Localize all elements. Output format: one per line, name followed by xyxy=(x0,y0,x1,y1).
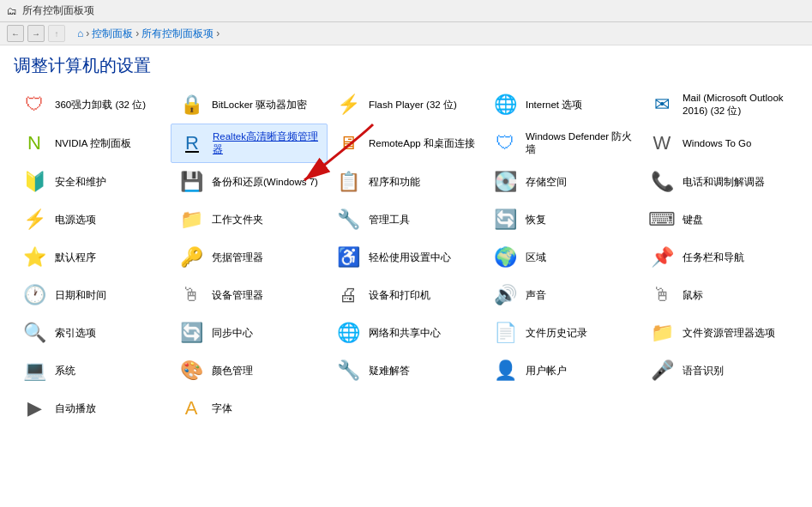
control-panel-item-workfolder[interactable]: 📁工作文件夹 xyxy=(171,201,328,238)
control-panel-item-sync[interactable]: 🔄同步中心 xyxy=(171,314,328,352)
fileexplorer-icon: 📁 xyxy=(648,319,676,347)
sound-icon: 🔊 xyxy=(491,281,519,309)
360-label: 360强力卸载 (32 位) xyxy=(55,99,146,112)
control-panel-item-flash[interactable]: ⚡Flash Player (32 位) xyxy=(328,86,484,124)
control-panel-item-datetime[interactable]: 🕐日期和时间 xyxy=(14,276,171,314)
control-panel-item-system[interactable]: 💻系统 xyxy=(14,352,171,389)
bitlocker-icon: 🔒 xyxy=(177,91,205,118)
indexing-icon: 🔍 xyxy=(21,319,48,347)
control-panel-item-wingo[interactable]: WWindows To Go xyxy=(641,124,798,163)
flash-label: Flash Player (32 位) xyxy=(369,99,457,112)
control-panel-item-filehistory[interactable]: 📄文件历史记录 xyxy=(484,314,641,352)
filehistory-icon: 📄 xyxy=(491,319,519,347)
sync-icon: 🔄 xyxy=(177,319,205,347)
phone-label: 电话和调制解调器 xyxy=(683,176,765,189)
nav-path-home[interactable]: ⌂ xyxy=(77,27,83,39)
control-panel-item-manage[interactable]: 🔧管理工具 xyxy=(328,201,484,238)
backup-icon: 💾 xyxy=(177,168,205,196)
phone-icon: 📞 xyxy=(648,168,676,196)
programs-icon: 📋 xyxy=(334,168,362,196)
network-icon: 🌐 xyxy=(334,319,362,347)
control-panel-item-phone[interactable]: 📞电话和调制解调器 xyxy=(641,163,798,201)
workfolder-label: 工作文件夹 xyxy=(212,214,263,226)
control-panel-item-credential[interactable]: 🔑凭据管理器 xyxy=(171,238,328,276)
network-label: 网络和共享中心 xyxy=(369,327,441,340)
control-panel-item-windefender[interactable]: 🛡Windows Defender 防火墙 xyxy=(484,124,641,163)
user-icon: 👤 xyxy=(491,357,519,384)
control-panel-item-speech[interactable]: 🎤语音识别 xyxy=(641,352,798,389)
control-panel-item-sound[interactable]: 🔊声音 xyxy=(484,276,641,314)
control-panel-item-font[interactable]: A字体 xyxy=(171,389,328,427)
default-icon: ⭐ xyxy=(21,244,48,271)
control-panel-item-backup[interactable]: 💾备份和还原(Windows 7) xyxy=(171,163,328,201)
fileexplorer-label: 文件资源管理器选项 xyxy=(683,327,775,340)
control-panel-item-indexing[interactable]: 🔍索引选项 xyxy=(14,314,171,352)
mail-label: Mail (Microsoft Outlook 2016) (32 位) xyxy=(683,92,791,118)
control-panel-item-deviceprint[interactable]: 🖨设备和打印机 xyxy=(328,276,484,314)
control-panel-item-internet[interactable]: 🌐Internet 选项 xyxy=(484,86,641,124)
realtek-label: Realtek高清晰音频管理器 xyxy=(213,130,320,156)
indexing-label: 索引选项 xyxy=(55,327,96,340)
control-panel-item-region[interactable]: 🌍区域 xyxy=(484,238,641,276)
control-panel-item-programs[interactable]: 📋程序和功能 xyxy=(328,163,484,201)
control-panel-item-network[interactable]: 🌐网络和共享中心 xyxy=(328,314,484,352)
mail-icon: ✉ xyxy=(648,91,676,118)
nav-path-allitems[interactable]: 所有控制面板项 xyxy=(141,27,214,41)
control-panel-item-360[interactable]: 🛡360强力卸载 (32 位) xyxy=(14,86,171,124)
forward-button[interactable]: → xyxy=(27,25,45,42)
up-button[interactable]: ↑ xyxy=(48,25,65,42)
control-panel-item-color[interactable]: 🎨颜色管理 xyxy=(171,352,328,389)
back-button[interactable]: ← xyxy=(7,25,24,42)
control-panel-item-device[interactable]: 🖱设备管理器 xyxy=(171,276,328,314)
troubleshoot-label: 疑难解答 xyxy=(369,365,410,377)
sync-label: 同步中心 xyxy=(212,327,253,340)
mouse-label: 鼠标 xyxy=(683,289,703,302)
deviceprint-icon: 🖨 xyxy=(334,281,362,309)
power-label: 电源选项 xyxy=(55,214,96,226)
color-icon: 🎨 xyxy=(177,357,205,384)
nav-path-controlpanel[interactable]: 控制面板 xyxy=(92,27,133,41)
credential-label: 凭据管理器 xyxy=(212,251,263,264)
storage-label: 存储空间 xyxy=(526,176,567,189)
remoteapp-label: RemoteApp 和桌面连接 xyxy=(369,137,475,150)
content-area: 🛡360强力卸载 (32 位)🔒BitLocker 驱动器加密⚡Flash Pl… xyxy=(0,82,812,507)
recover-icon: 🔄 xyxy=(491,206,519,233)
nvidia-icon: N xyxy=(21,130,48,157)
recover-label: 恢复 xyxy=(526,214,546,226)
control-panel-item-keyboard[interactable]: ⌨键盘 xyxy=(641,201,798,238)
backup-label: 备份和还原(Windows 7) xyxy=(212,176,318,189)
control-panel-item-autoplay[interactable]: ▶自动播放 xyxy=(14,389,171,427)
control-panel-item-mail[interactable]: ✉Mail (Microsoft Outlook 2016) (32 位) xyxy=(641,86,798,124)
control-panel-item-default[interactable]: ⭐默认程序 xyxy=(14,238,171,276)
control-panel-item-user[interactable]: 👤用户帐户 xyxy=(484,352,641,389)
control-panel-item-remoteapp[interactable]: 🖥RemoteApp 和桌面连接 xyxy=(328,124,484,163)
control-panel-item-mouse[interactable]: 🖱鼠标 xyxy=(641,276,798,314)
control-panel-item-troubleshoot[interactable]: 🔧疑难解答 xyxy=(328,352,484,389)
control-panel-item-realtek[interactable]: RRealtek高清晰音频管理器 xyxy=(171,124,328,163)
control-panel-item-fileexplorer[interactable]: 📁文件资源管理器选项 xyxy=(641,314,798,352)
keyboard-icon: ⌨ xyxy=(648,206,676,233)
user-label: 用户帐户 xyxy=(526,365,567,377)
nav-bar: ← → ↑ ⌂ › 控制面板 › 所有控制面板项 › xyxy=(0,22,812,45)
windefender-label: Windows Defender 防火墙 xyxy=(526,130,635,156)
page-title: 调整计算机的设置 xyxy=(0,45,812,82)
control-panel-item-safety[interactable]: 🔰安全和维护 xyxy=(14,163,171,201)
control-panel-item-recover[interactable]: 🔄恢复 xyxy=(484,201,641,238)
control-panel-item-nvidia[interactable]: NNVIDIA 控制面板 xyxy=(14,124,171,163)
control-panel-item-taskbar[interactable]: 📌任务栏和导航 xyxy=(641,238,798,276)
taskbar-icon: 📌 xyxy=(648,244,676,271)
nvidia-label: NVIDIA 控制面板 xyxy=(55,137,131,150)
taskbar-label: 任务栏和导航 xyxy=(683,251,744,264)
credential-icon: 🔑 xyxy=(177,244,205,271)
control-panel-item-bitlocker[interactable]: 🔒BitLocker 驱动器加密 xyxy=(171,86,328,124)
wingo-label: Windows To Go xyxy=(683,137,751,150)
control-panel-item-storage[interactable]: 💽存储空间 xyxy=(484,163,641,201)
keyboard-label: 键盘 xyxy=(683,214,703,226)
default-label: 默认程序 xyxy=(55,251,96,264)
control-panel-item-power[interactable]: ⚡电源选项 xyxy=(14,201,171,238)
breadcrumb: ⌂ › 控制面板 › 所有控制面板项 › xyxy=(77,27,220,41)
control-panel-item-easeaccess[interactable]: ♿轻松使用设置中心 xyxy=(328,238,484,276)
window-icon: 🗂 xyxy=(7,5,17,17)
speech-label: 语音识别 xyxy=(683,365,724,377)
device-label: 设备管理器 xyxy=(212,289,263,302)
